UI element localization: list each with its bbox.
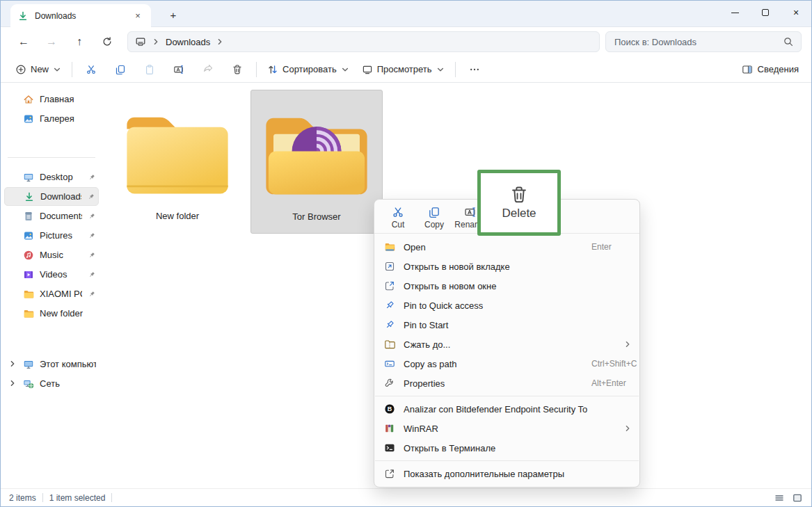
sidebar-item-music[interactable]: Music [4, 246, 99, 264]
menu-item-открыть-в-новой-вкладке[interactable]: Открыть в новой вкладке [374, 257, 639, 276]
computer-icon [135, 36, 146, 47]
forward-button[interactable]: → [38, 31, 65, 52]
rename-button[interactable] [164, 59, 193, 80]
sort-button[interactable]: Сортировать [261, 59, 356, 80]
expand-chevron-icon [8, 379, 17, 387]
share-button[interactable] [193, 59, 223, 80]
menu-item-copy-as-path[interactable]: Copy as pathCtrl+Shift+C [374, 354, 639, 373]
pin-icon [88, 232, 96, 240]
menu-item-label: Сжать до... [404, 339, 450, 350]
menu-item-открыть-в-новом-окне[interactable]: Открыть в новом окне [374, 276, 639, 296]
file-tile-new-folder[interactable]: New folder [111, 90, 244, 234]
sidebar-top-section: ГлавнаяГалерея [1, 90, 102, 128]
view-icon [362, 64, 373, 75]
sort-icon [267, 64, 278, 75]
refresh-button[interactable] [94, 31, 120, 52]
more-options-icon [384, 468, 395, 479]
more-icon [469, 64, 480, 75]
pin-icon [88, 173, 96, 182]
breadcrumb-item-downloads[interactable]: Downloads [166, 37, 210, 47]
open-tab-icon [384, 261, 395, 272]
new-button[interactable]: New [9, 59, 67, 80]
menu-item-label: Copy as path [404, 359, 457, 369]
delete-annotation-label: Delete [502, 207, 536, 220]
up-button[interactable]: ↑ [66, 31, 93, 52]
sidebar-item-галерея[interactable]: Галерея [4, 109, 99, 128]
back-button[interactable]: ← [10, 31, 37, 52]
copy-button[interactable] [106, 59, 135, 80]
sidebar: ГлавнаяГалерея DesktopDownloadsDocuments… [1, 83, 102, 488]
menu-item-pin-to-start[interactable]: Pin to Start [374, 315, 639, 335]
menu-item-shortcut: Ctrl+Shift+C [591, 359, 637, 369]
refresh-icon [102, 36, 113, 47]
sidebar-item-label: Desktop [40, 172, 73, 182]
file-tile-tor-browser[interactable]: Tor Browser [250, 90, 383, 234]
sidebar-item-label: Сеть [40, 378, 60, 389]
more-button[interactable] [460, 59, 489, 80]
menu-item-open[interactable]: OpenEnter [374, 237, 639, 257]
chevron-down-icon [53, 65, 61, 74]
menu-item-label: Pin to Start [404, 320, 448, 330]
tab-close-icon[interactable]: × [132, 10, 144, 21]
expand-chevron-icon [8, 360, 17, 368]
tab-downloads[interactable]: Downloads × [10, 4, 151, 27]
gallery-icon [23, 113, 34, 124]
tab-label: Downloads [35, 11, 76, 21]
sidebar-item-этот-компьютер[interactable]: Этот компьютер [4, 355, 99, 373]
sidebar-item-главная[interactable]: Главная [4, 90, 99, 108]
pin-icon [88, 290, 96, 298]
rename-icon [173, 64, 184, 75]
menu-item-properties[interactable]: PropertiesAlt+Enter [374, 373, 639, 393]
sidebar-item-desktop[interactable]: Desktop [4, 168, 99, 186]
sidebar-item-pictures[interactable]: Pictures [4, 226, 99, 245]
videos-icon [23, 269, 34, 280]
sidebar-item-videos[interactable]: Videos [4, 265, 99, 284]
items-count: 2 items [9, 493, 36, 503]
cut-icon [392, 206, 404, 218]
menu-item-analizar-con-bitdefender-endpoint-security-to[interactable]: BAnalizar con Bitdefender Endpoint Secur… [374, 399, 639, 419]
menu-item-winrar[interactable]: WinRAR [374, 419, 639, 438]
sidebar-item-xiaomi-poco-f[interactable]: XIAOMI POCO F [4, 284, 99, 303]
sidebar-item-new-folder[interactable]: New folder [4, 304, 99, 323]
icons-view-icon[interactable] [792, 492, 803, 504]
paste-button[interactable] [135, 59, 164, 80]
sidebar-item-downloads[interactable]: Downloads [4, 187, 99, 206]
maximize-button[interactable] [750, 1, 781, 24]
status-view-toggles [774, 492, 803, 504]
breadcrumb[interactable]: Downloads [127, 31, 600, 52]
delete-annotation-box[interactable]: Delete [477, 170, 561, 236]
menu-item-сжать-до[interactable]: Сжать до... [374, 335, 639, 354]
minimize-button[interactable] [719, 1, 750, 24]
window-controls: × [719, 1, 811, 24]
sidebar-item-label: Pictures [40, 230, 72, 241]
cut-button[interactable] [77, 59, 106, 80]
menu-item-pin-to-quick-access[interactable]: Pin to Quick access [374, 296, 639, 315]
home-icon [23, 94, 34, 105]
list-view-icon[interactable] [774, 492, 785, 504]
view-button[interactable]: Просмотреть [356, 59, 451, 80]
sidebar-pinned-section: DesktopDownloadsDocumentsPicturesMusicVi… [1, 168, 102, 323]
search-box[interactable] [605, 31, 802, 52]
menu-item-открыть-в-терминале[interactable]: Открыть в Терминале [374, 438, 639, 458]
close-button[interactable]: × [781, 1, 811, 24]
chevron-right-icon [152, 38, 160, 46]
this-pc-icon [23, 359, 34, 370]
details-button[interactable]: Сведения [738, 64, 803, 75]
copy-icon [428, 206, 440, 218]
context-command-copy[interactable]: Copy [416, 204, 452, 230]
status-divider [111, 493, 112, 502]
new-tab-button[interactable]: + [165, 7, 182, 22]
sidebar-item-label: Downloads [40, 191, 81, 202]
menu-item-label: WinRAR [404, 424, 438, 434]
music-icon [23, 250, 34, 261]
svg-text:B: B [388, 405, 392, 412]
properties-icon [384, 378, 395, 389]
context-command-cut[interactable]: Cut [380, 204, 416, 230]
sidebar-item-documents[interactable]: Documents [4, 207, 99, 225]
search-input[interactable] [613, 36, 783, 48]
sidebar-item-сеть[interactable]: Сеть [4, 374, 99, 393]
open-window-icon [384, 280, 395, 291]
sidebar-item-label: Music [40, 250, 63, 260]
menu-item-показать-дополнительные-параметры[interactable]: Показать дополнительные параметры [374, 464, 639, 483]
delete-button[interactable] [223, 59, 252, 80]
